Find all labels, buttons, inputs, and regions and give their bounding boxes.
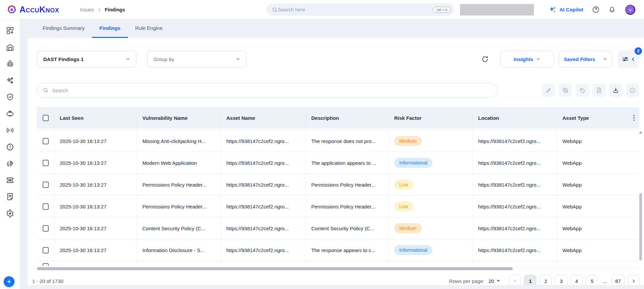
help-icon bbox=[592, 6, 600, 13]
finding-type-select[interactable]: DAST Findings 1 bbox=[37, 51, 136, 67]
sidebar-item-tickets[interactable] bbox=[3, 174, 17, 187]
vertical-scrollbar-thumb[interactable] bbox=[639, 193, 642, 260]
global-search-input[interactable] bbox=[278, 7, 433, 12]
group-by-select[interactable]: Group by bbox=[147, 51, 246, 67]
risk-badge: Low bbox=[394, 180, 413, 190]
table-row[interactable]: 2025-10-30 16:13:27 Content Security Pol… bbox=[37, 218, 639, 239]
ai-copilot-button[interactable]: AI Copilot bbox=[549, 6, 583, 14]
cell-description: Content Security Policy (C... bbox=[306, 218, 389, 239]
cell-vulnerability-name: Missing Anti-clickjacking H... bbox=[137, 130, 221, 152]
cell-location: https://938147c2cef2.ngro... bbox=[473, 218, 557, 239]
insights-button[interactable]: Insights bbox=[500, 51, 554, 67]
cell-risk-factor: Low bbox=[389, 196, 473, 217]
search-shortcut-chip: ctrl + k bbox=[433, 7, 451, 13]
cell-vulnerability-name: Permissions Policy Header... bbox=[137, 174, 221, 195]
column-settings-menu[interactable] bbox=[632, 113, 636, 122]
finding-type-value: DAST Findings 1 bbox=[43, 56, 84, 62]
column-header: Asset Name bbox=[221, 107, 306, 129]
refresh-button[interactable] bbox=[481, 55, 489, 63]
cell-risk-factor: Informational bbox=[389, 239, 473, 261]
file-plus-icon bbox=[596, 87, 602, 94]
sidebar-item-compliance[interactable] bbox=[3, 90, 17, 104]
breadcrumb-parent[interactable]: Issues bbox=[80, 7, 94, 12]
sidebar-item-issues[interactable] bbox=[3, 57, 17, 70]
table-row[interactable]: 2025-10-30 16:13:27 Information Disclosu… bbox=[37, 239, 639, 261]
cell-last-seen: 2025-10-30 16:13:27 bbox=[54, 218, 137, 239]
sidebar-item-network[interactable] bbox=[3, 124, 17, 137]
user-avatar[interactable]: v bbox=[625, 5, 635, 15]
rows-per-page-select[interactable]: 20 bbox=[489, 278, 500, 284]
risk-badge: Medium bbox=[394, 136, 422, 146]
tag-button[interactable] bbox=[576, 84, 589, 97]
duplicate-button[interactable] bbox=[559, 84, 572, 97]
row-checkbox-cell bbox=[37, 239, 54, 261]
edit-button[interactable] bbox=[542, 84, 555, 97]
select-all-checkbox[interactable] bbox=[43, 115, 49, 121]
sidebar-item-dashboard[interactable] bbox=[3, 24, 17, 37]
download-button[interactable] bbox=[609, 84, 623, 97]
create-ticket-button[interactable] bbox=[592, 84, 606, 97]
sidebar-item-runtime-security[interactable] bbox=[3, 107, 17, 121]
row-checkbox[interactable] bbox=[43, 247, 49, 253]
header-checkbox-cell bbox=[37, 107, 54, 129]
cell-location: https://938147c2cef2.ngro... bbox=[473, 130, 557, 152]
chevron-right-icon bbox=[631, 279, 636, 284]
sidebar-item-reports[interactable] bbox=[3, 190, 17, 203]
saved-filters-label: Saved Filters bbox=[564, 56, 595, 62]
sliders-filter-icon bbox=[622, 55, 629, 63]
tab[interactable]: Findings bbox=[92, 19, 128, 38]
cell-description: The application appears to ... bbox=[306, 152, 389, 174]
notifications-button[interactable] bbox=[608, 6, 616, 13]
sidebar-item-identity[interactable] bbox=[3, 157, 17, 170]
filter-panel-toggle[interactable]: 2 bbox=[618, 50, 639, 68]
table-row[interactable]: 2025-10-30 16:13:27 Modern Web Applicati… bbox=[37, 152, 639, 174]
sidebar-item-ai-assist[interactable] bbox=[3, 74, 17, 87]
report-issue-button[interactable] bbox=[626, 84, 639, 97]
tab[interactable]: Rule Engine bbox=[128, 19, 170, 38]
column-header: Risk Factor bbox=[389, 107, 473, 129]
table-row[interactable]: 2025-10-30 16:13:27 Missing Anti-clickja… bbox=[37, 130, 639, 152]
row-checkbox[interactable] bbox=[43, 225, 49, 232]
cell-location: https://938147c2cef2.ngro... bbox=[473, 152, 557, 174]
left-sidebar bbox=[0, 19, 20, 289]
avatar-initial: v bbox=[629, 7, 632, 12]
horizontal-scrollbar-thumb[interactable] bbox=[37, 267, 513, 270]
loading-placeholder-block bbox=[460, 4, 534, 15]
cell-last-seen: 2025-10-30 16:13:27 bbox=[54, 239, 137, 261]
help-button[interactable] bbox=[592, 6, 600, 13]
breadcrumb-chevron-icon bbox=[97, 8, 101, 12]
table-search-input[interactable] bbox=[52, 88, 492, 93]
row-checkbox[interactable] bbox=[43, 182, 49, 188]
table-row[interactable]: 2025-10-30 16:13:27 Permissions Policy H… bbox=[37, 196, 639, 218]
shield-check-icon bbox=[6, 93, 14, 101]
row-checkbox[interactable] bbox=[43, 138, 49, 144]
cell-location: https://938147c2cef2.ngro... bbox=[473, 196, 557, 217]
tabs-bar: Findings Summary Findings Rule Engine bbox=[20, 19, 644, 38]
table-row[interactable]: 2025-10-30 16:13:27 Permissions Policy H… bbox=[37, 174, 639, 196]
cloud-bug-icon bbox=[6, 109, 14, 118]
broadcast-icon bbox=[6, 126, 14, 135]
cell-asset-type: WebApp bbox=[557, 239, 639, 261]
scroll-up-arrow[interactable] bbox=[639, 131, 642, 134]
search-icon bbox=[43, 87, 49, 93]
row-checkbox[interactable] bbox=[43, 160, 49, 166]
tab[interactable]: Findings Summary bbox=[35, 19, 92, 38]
cell-last-seen: 2025-10-30 16:13:27 bbox=[54, 174, 137, 195]
sidebar-item-alerts[interactable] bbox=[3, 140, 17, 154]
cell-asset-name: https://938147c2cef2.ngro... bbox=[221, 218, 306, 239]
cell-asset-type: WebApp bbox=[557, 152, 639, 174]
cell-asset-type: WebApp bbox=[557, 196, 639, 217]
create-fab-button[interactable] bbox=[4, 276, 14, 287]
sidebar-item-inventory[interactable] bbox=[3, 41, 17, 54]
alert-octagon-icon bbox=[629, 87, 636, 94]
top-header: AccuKnox Issues Findings ctrl + k AI Cop… bbox=[0, 0, 644, 19]
cell-risk-factor: Medium bbox=[389, 218, 473, 239]
saved-filters-button[interactable]: Saved Filters bbox=[559, 51, 612, 67]
tab-label: Findings Summary bbox=[43, 25, 85, 31]
row-checkbox[interactable] bbox=[43, 203, 49, 210]
column-header: Last Seen bbox=[54, 107, 137, 129]
bell-icon bbox=[608, 6, 616, 13]
cell-vulnerability-name: Permissions Policy Header... bbox=[137, 196, 221, 217]
sidebar-item-settings[interactable] bbox=[3, 207, 17, 220]
chevron-down-icon bbox=[125, 56, 131, 62]
